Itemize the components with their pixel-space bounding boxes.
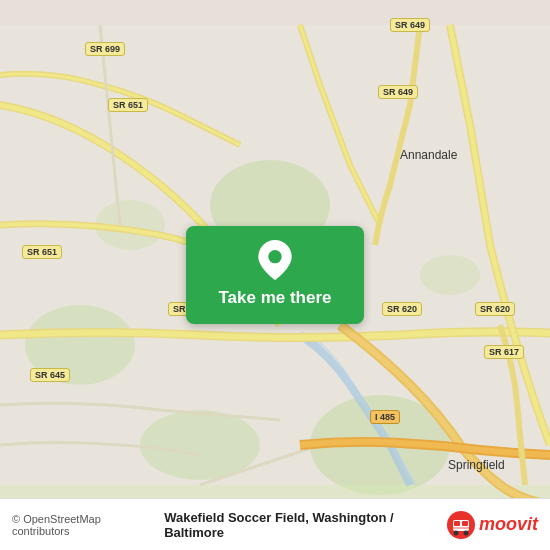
moovit-bus-icon [447,511,475,539]
svg-point-6 [420,255,480,295]
road-label-sr651-bot: SR 651 [22,245,62,259]
map-container: SR 649 SR 649 SR 699 SR 651 SR 651 SR 62… [0,0,550,550]
moovit-logo: moovit [447,511,538,539]
road-label-sr645: SR 645 [30,368,70,382]
place-label-springfield: Springfield [448,458,505,472]
bottom-info: © OpenStreetMap contributors Wakefield S… [12,510,447,540]
svg-rect-15 [453,527,469,529]
svg-point-8 [268,250,281,263]
road-label-sr649-top: SR 649 [390,18,430,32]
road-label-sr620-far: SR 620 [475,302,515,316]
road-label-sr651-top: SR 651 [108,98,148,112]
svg-point-14 [463,530,468,535]
road-label-sr699: SR 699 [85,42,125,56]
road-label-i485: I 485 [370,410,400,424]
svg-point-13 [453,530,458,535]
svg-rect-12 [462,521,468,526]
moovit-logo-text: moovit [479,514,538,535]
place-label-annandale: Annandale [400,148,457,162]
location-pin-icon [255,240,295,280]
road-label-sr649-mid: SR 649 [378,85,418,99]
road-label-sr620-right: SR 620 [382,302,422,316]
road-label-sr617: SR 617 [484,345,524,359]
svg-rect-11 [454,521,460,526]
copyright-text: © OpenStreetMap contributors [12,513,156,537]
location-title: Wakefield Soccer Field, Washington / Bal… [164,510,447,540]
bottom-bar: © OpenStreetMap contributors Wakefield S… [0,498,550,550]
take-me-there-button[interactable]: Take me there [186,226,364,324]
cta-label: Take me there [218,288,331,308]
